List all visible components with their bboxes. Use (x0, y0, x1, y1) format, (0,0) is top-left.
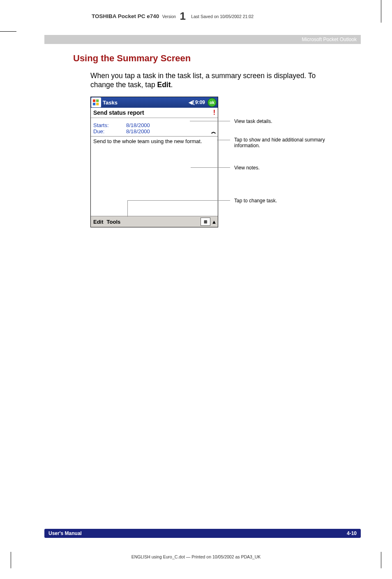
edit-menu[interactable]: Edit (93, 219, 104, 225)
chapter-title: Microsoft Pocket Outlook (302, 37, 357, 42)
footer-caption: ENGLISH using Euro_C.dot — Printed on 10… (0, 554, 392, 559)
task-subject: Send status report (93, 109, 144, 116)
due-label: Due: (93, 128, 126, 134)
due-value: 8/18/2000 (126, 128, 150, 134)
task-notes[interactable]: Send to the whole team using the new for… (91, 137, 218, 197)
footer-page: 4-10 (347, 530, 357, 536)
speaker-icon[interactable]: ◀ξ (189, 100, 194, 105)
sip-arrow-icon[interactable]: ▲ (211, 219, 217, 225)
callout-toggle-summary: Tap to show and hide additional summary … (234, 137, 349, 148)
leader-line (217, 140, 230, 140)
task-subject-row[interactable]: Send status report ! (91, 108, 218, 118)
starts-value: 8/18/2000 (126, 122, 150, 128)
intro-paragraph: When you tap a task in the task list, a … (90, 71, 337, 90)
date-row-starts: Starts: 8/18/2000 (93, 122, 215, 128)
version-number: 1 (180, 10, 185, 22)
pda-screenshot: Tasks ◀ξ 9:09 ok Send status report ! St… (90, 97, 218, 227)
intro-text-post: . (171, 81, 173, 89)
callout-view-notes: View notes. (234, 165, 349, 171)
svg-rect-2 (93, 103, 95, 105)
leader-line (127, 200, 230, 201)
leader-line (127, 200, 128, 217)
section-heading: Using the Summary Screen (73, 53, 361, 64)
svg-rect-3 (96, 103, 99, 105)
footer-left: User's Manual (48, 530, 82, 536)
starts-label: Starts: (93, 122, 126, 128)
footer-bar: User's Manual 4-10 (44, 529, 361, 538)
svg-rect-1 (96, 100, 99, 102)
leader-line (191, 167, 230, 168)
intro-edit-word: Edit (157, 81, 171, 89)
running-header: TOSHIBA Pocket PC e740 Version 1 Last Sa… (92, 8, 361, 21)
crop-mark (0, 31, 16, 32)
date-row-due: Due: 8/18/2000 (93, 128, 215, 134)
product-name: TOSHIBA Pocket PC e740 (92, 13, 159, 19)
start-flag-icon[interactable] (91, 97, 101, 107)
tools-menu[interactable]: Tools (107, 219, 121, 225)
callout-view-details: View task details. (234, 118, 349, 124)
menu-bar: Edit Tools ▥ ▲ (91, 216, 218, 227)
clock-time: 9:09 (195, 100, 205, 105)
svg-rect-0 (93, 100, 95, 102)
ok-button[interactable]: ok (208, 98, 217, 107)
app-title: Tasks (103, 100, 189, 106)
chapter-bar: Microsoft Pocket Outlook (44, 35, 361, 44)
last-saved: Last Saved on 10/05/2002 21:02 (191, 14, 254, 19)
keyboard-icon[interactable]: ▥ (201, 218, 210, 226)
version-label: Version (162, 14, 176, 19)
callout-change-task: Tap to change task. (234, 198, 349, 204)
leader-line (190, 121, 230, 121)
collapse-toggle-icon[interactable]: ︽ (211, 128, 216, 135)
title-bar: Tasks ◀ξ 9:09 ok (91, 97, 218, 108)
priority-icon: ! (213, 109, 215, 116)
intro-text-pre: When you tap a task in the task list, a … (90, 72, 316, 89)
crop-mark (381, 0, 381, 23)
